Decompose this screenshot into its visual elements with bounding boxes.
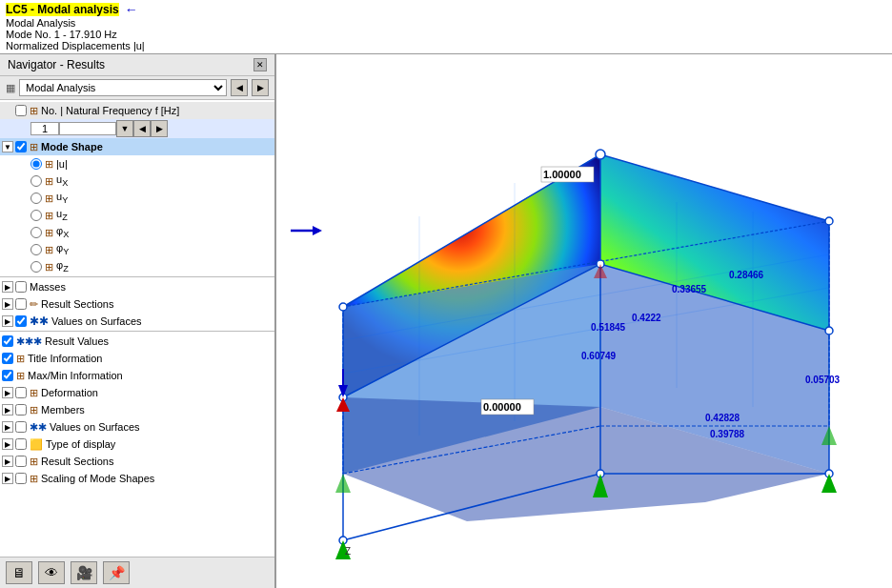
mode-ux-row[interactable]: ⊞ uX — [0, 172, 274, 190]
deformation-expand[interactable]: ▶ — [2, 387, 13, 398]
result-sections-expand2[interactable]: ▶ — [2, 456, 13, 467]
close-button[interactable]: ✕ — [253, 58, 267, 71]
view-panel: Z 1.00000 0.00000 0.51845 0.4222 0.33655… — [276, 54, 892, 588]
result-sections-expand1[interactable]: ▶ — [2, 298, 13, 310]
subtitle-line4: Normalized Displacements |u| — [6, 40, 886, 51]
scaling-icon: ⊞ — [30, 473, 38, 485]
members-checkbox[interactable] — [15, 404, 27, 416]
mode-shape-expand[interactable]: ▼ — [2, 141, 13, 152]
masses-row[interactable]: ▶ Masses — [0, 278, 274, 295]
mode-number-input[interactable] — [30, 122, 59, 135]
svg-text:0.42828: 0.42828 — [705, 413, 740, 423]
masses-checkbox[interactable] — [15, 281, 27, 293]
monitor-button[interactable]: 🖥 — [6, 561, 32, 584]
title-info-row[interactable]: ⊞ Title Information — [0, 350, 274, 367]
result-values-row[interactable]: ✱✱✱ Result Values — [0, 333, 274, 350]
phiy-table-icon: ⊞ — [45, 244, 53, 256]
result-sections-icon2: ⊞ — [30, 456, 38, 468]
deformation-checkbox[interactable] — [15, 387, 27, 398]
svg-text:0.00000: 0.00000 — [483, 401, 521, 413]
result-sections-checkbox1[interactable] — [15, 298, 27, 310]
freq-prev[interactable]: ◀ — [133, 120, 151, 137]
frequency-input[interactable]: 17.910 — [59, 122, 116, 135]
title-info-checkbox[interactable] — [2, 353, 13, 364]
deformation-row[interactable]: ▶ ⊞ Deformation — [0, 384, 274, 401]
values-surfaces-checkbox2[interactable] — [15, 421, 27, 433]
phiz-radio[interactable] — [30, 261, 42, 273]
scaling-expand[interactable]: ▶ — [2, 473, 13, 484]
phix-table-icon: ⊞ — [45, 227, 53, 239]
mode-shape-icon: ⊞ — [30, 141, 38, 153]
values-surfaces-row2[interactable]: ▶ ✱✱ Values on Surfaces — [0, 418, 274, 436]
values-surfaces-icon1: ✱✱ — [30, 314, 49, 328]
svg-text:0.60749: 0.60749 — [581, 351, 617, 361]
ux-radio[interactable] — [30, 175, 42, 187]
result-sections-checkbox2[interactable] — [15, 456, 27, 467]
svg-text:0.39788: 0.39788 — [710, 429, 745, 439]
result-values-checkbox[interactable] — [2, 335, 13, 347]
mode-phiy-row[interactable]: ⊞ φY — [0, 241, 274, 258]
values-surfaces-expand1[interactable]: ▶ — [2, 315, 13, 327]
maxmin-info-checkbox[interactable] — [2, 370, 13, 381]
type-display-checkbox[interactable] — [15, 438, 27, 450]
phiy-radio[interactable] — [30, 244, 42, 255]
phix-radio[interactable] — [30, 227, 42, 238]
analysis-row: ▦ Modal Analysis ◀ ▶ — [0, 76, 274, 100]
mode-shape-checkbox[interactable] — [15, 141, 27, 152]
masses-expand[interactable]: ▶ — [2, 281, 13, 293]
mode-shape-row[interactable]: ▼ ⊞ Mode Shape — [0, 138, 274, 155]
table-icon: ⊞ — [30, 105, 38, 117]
type-display-row[interactable]: ▶ 🟨 Type of display — [0, 436, 274, 453]
uz-radio[interactable] — [30, 210, 42, 221]
bottom-toolbar: 🖥 👁 🎥 📌 — [0, 557, 274, 588]
title-info-label: Title Information — [28, 353, 102, 364]
lc-title: LC5 - Modal analysis — [6, 3, 119, 16]
uy-table-icon: ⊞ — [45, 193, 53, 205]
mode-u-abs-row[interactable]: ⊞ |u| — [0, 155, 274, 172]
values-surfaces-checkbox1[interactable] — [15, 315, 27, 327]
uy-radio[interactable] — [30, 193, 42, 204]
u-abs-radio[interactable] — [30, 158, 42, 170]
title-bar: LC5 - Modal analysis ← Modal Analysis Mo… — [0, 0, 892, 54]
values-surfaces-row1[interactable]: ▶ ✱✱ Values on Surfaces — [0, 313, 274, 330]
deformation-label: Deformation — [41, 387, 98, 398]
svg-point-27 — [339, 303, 347, 311]
eye-button[interactable]: 👁 — [38, 561, 65, 584]
result-sections-label2: Result Sections — [41, 456, 113, 467]
mode-uy-row[interactable]: ⊞ uY — [0, 190, 274, 207]
result-sections-row2[interactable]: ▶ ⊞ Result Sections — [0, 453, 274, 470]
u-abs-table-icon: ⊞ — [45, 158, 53, 171]
nav-prev-btn[interactable]: ◀ — [231, 79, 248, 96]
analysis-select[interactable]: Modal Analysis — [19, 79, 227, 96]
freq-header-checkbox[interactable] — [15, 105, 27, 116]
svg-text:0.33655: 0.33655 — [672, 284, 707, 294]
svg-point-29 — [596, 150, 605, 159]
scaling-checkbox[interactable] — [15, 473, 27, 484]
type-display-expand[interactable]: ▶ — [2, 438, 13, 450]
grid-icon: ▦ — [6, 82, 15, 94]
type-display-icon: 🟨 — [30, 438, 43, 451]
result-values-icon: ✱✱✱ — [16, 335, 42, 348]
arrow-icon: ← — [125, 2, 138, 17]
members-icon: ⊞ — [30, 404, 38, 416]
svg-point-31 — [825, 217, 833, 225]
result-sections-row1[interactable]: ▶ ✏ Result Sections — [0, 295, 274, 313]
camera-button[interactable]: 🎥 — [71, 561, 97, 584]
values-surfaces-expand2[interactable]: ▶ — [2, 421, 13, 433]
freq-next[interactable]: ▶ — [151, 120, 168, 137]
pin-button[interactable]: 📌 — [103, 561, 130, 584]
svg-text:0.51845: 0.51845 — [591, 322, 626, 333]
members-expand[interactable]: ▶ — [2, 404, 13, 416]
svg-text:0.4222: 0.4222 — [632, 313, 661, 323]
maxmin-info-label: Max/Min Information — [28, 370, 123, 381]
freq-select[interactable]: ▼ — [116, 120, 133, 137]
mode-phix-row[interactable]: ⊞ φX — [0, 224, 274, 241]
maxmin-info-row[interactable]: ⊞ Max/Min Information — [0, 367, 274, 384]
nav-next-btn[interactable]: ▶ — [252, 79, 269, 96]
ux-table-icon: ⊞ — [45, 175, 53, 188]
scaling-row[interactable]: ▶ ⊞ Scaling of Mode Shapes — [0, 470, 274, 487]
members-row[interactable]: ▶ ⊞ Members — [0, 401, 274, 418]
svg-text:Z: Z — [345, 546, 351, 557]
mode-phiz-row[interactable]: ⊞ φZ — [0, 258, 274, 275]
mode-uz-row[interactable]: ⊞ uZ — [0, 207, 274, 224]
